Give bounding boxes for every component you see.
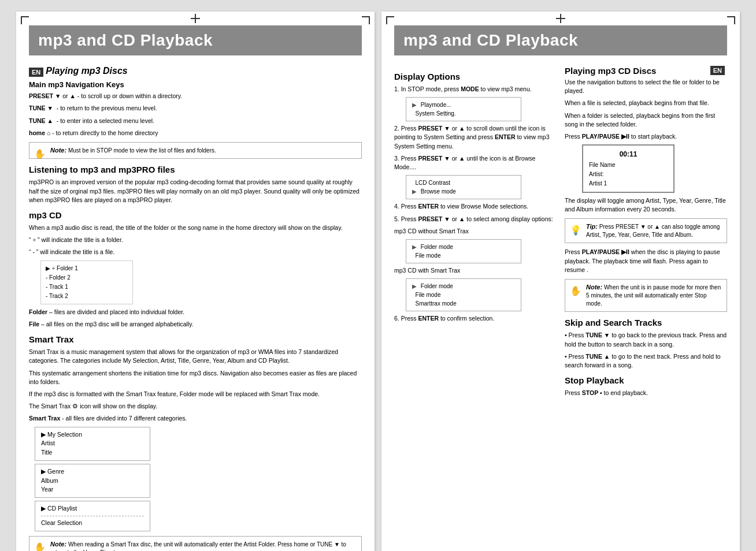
- corner-tl-r: [386, 16, 394, 24]
- dir-item-3: - Track 1: [46, 282, 128, 292]
- playback-timer: 00:11: [589, 149, 668, 160]
- corner-tr: [362, 16, 370, 24]
- cat-album: Album: [41, 476, 144, 486]
- smarttrax-body1: Smart Trax is a music management system …: [29, 348, 362, 365]
- playing-mp3-title: Playing mp3 Discs: [46, 66, 127, 76]
- preset-text: PRESET ▼ or ▲ - to scroll up or down wit…: [29, 92, 362, 100]
- folder-desc: Folder – files are divided and placed in…: [29, 308, 362, 317]
- file-mode-2: File mode: [412, 291, 515, 299]
- playing-cd-body1: Use the navigation buttons to select the…: [565, 78, 727, 95]
- page-left-header: mp3 and CD Playback: [29, 25, 362, 55]
- folder-mode-2: ▶ Folder mode: [412, 282, 515, 291]
- cat-playlist: ▶ CD Playlist: [41, 504, 144, 513]
- skip-search-title: Skip and Search Tracks: [565, 318, 727, 327]
- folder-label: Folder: [29, 308, 47, 315]
- note-icon: ✋: [32, 146, 48, 162]
- display-step6: 6. Press ENTER to confirm selection.: [394, 314, 557, 323]
- skip-search-bullet2: • Press TUNE ▲ to go to the next track. …: [565, 352, 727, 370]
- top-crosshair: [191, 14, 200, 23]
- mode-item-1: ▶ Playmode...: [412, 100, 515, 109]
- smarttrax-body3: If the mp3 disc is formatted with the Sm…: [29, 390, 362, 399]
- tip-icon: 💡: [568, 222, 584, 239]
- smarttrax-mode: Smarttrax mode: [412, 299, 515, 308]
- tip-label: Tip:: [586, 223, 598, 230]
- dir-item-4: - Track 2: [46, 292, 128, 301]
- tip-text: Press PRESET ▼ or ▲ can also toggle amon…: [586, 224, 720, 238]
- mode-box-4: ▶ Folder mode File mode Smarttrax mode: [406, 278, 521, 311]
- folder-indicator: “ ÷ ” will indicate the title is a folde…: [29, 236, 362, 244]
- cat-clear: Clear Selection: [41, 516, 144, 528]
- en-badge-left: EN: [29, 68, 43, 77]
- note-text-2: When reading a Smart Trax disc, the unit…: [50, 541, 346, 551]
- dir-item-1: ▶ ÷ Folder 1: [46, 264, 128, 273]
- file-desc: File – all files on the mp3 disc will be…: [29, 320, 362, 329]
- listening-title: Listening to mp3 and mp3PRO files: [29, 165, 362, 174]
- lcd-contrast: LCD Contrast: [412, 178, 515, 187]
- category-box-1: ▶ My Selection Artist Title: [35, 427, 150, 461]
- main-nav-keys-title: Main mp3 Navigation Keys: [29, 80, 362, 89]
- playing-cd-body5: Press PLAY/PAUSE ▶II when the disc is pl…: [565, 248, 727, 274]
- tip-box: 💡 Tip: Press PRESET ▼ or ▲ can also togg…: [565, 218, 727, 243]
- play-pause-text: Press PLAY/PAUSE ▶II to start playback.: [565, 132, 727, 141]
- note-label-3: Note:: [586, 284, 602, 291]
- tune1-text: TUNE ▼ - to return to the previous menu …: [29, 104, 362, 113]
- sub5b-label: mp3 CD with Smart Trax: [394, 266, 557, 275]
- folder-mode-1: ▶ Folder mode: [412, 243, 515, 251]
- dir-item-2: - Folder 2: [46, 273, 128, 282]
- display-options-title: Display Options: [394, 72, 557, 81]
- mp3cd-body: When a mp3 audio disc is read, the title…: [29, 224, 362, 232]
- stop-playback-title: Stop Playback: [565, 375, 727, 385]
- sub5a-label: mp3 CD without Smart Trax: [394, 227, 557, 236]
- cat-title: Title: [41, 448, 144, 457]
- mode-box-3: ▶ Folder mode File mode: [406, 239, 521, 263]
- stop-playback-body: Press STOP ▪ to end playback.: [565, 389, 727, 397]
- top-crosshair-r: [556, 14, 565, 23]
- display-filename: File Name: [589, 161, 668, 170]
- display-step2: 2. Press PRESET ▼ or ▲ to scroll down un…: [394, 124, 557, 151]
- note-label-2: Note:: [50, 541, 66, 548]
- note-box-smarttrax: ✋ Note: When reading a Smart Trax disc, …: [29, 536, 362, 551]
- cat-year: Year: [41, 485, 144, 494]
- browse-mode: ▶ Browse mode: [412, 187, 515, 196]
- en-badge-right: EN: [710, 66, 725, 75]
- smarttrax-body4: The Smart Trax ⚙ icon will show on the d…: [29, 402, 362, 411]
- note-box-pause: ✋ Note: When the unit is in pause mode f…: [565, 279, 727, 312]
- mode-box-2: LCD Contrast ▶ Browse mode: [406, 175, 521, 199]
- mp3cd-title: mp3 CD: [29, 210, 362, 220]
- directory-box: ▶ ÷ Folder 1 - Folder 2 - Track 1 - Trac…: [40, 260, 133, 304]
- display-step1: 1. In STOP mode, press MODE to view mp3 …: [394, 85, 557, 94]
- mode-box-1: ▶ Playmode... System Setting.: [406, 97, 521, 121]
- playing-cd-body3: When a folder is selected, playback begi…: [565, 111, 727, 129]
- page-left: mp3 and CD Playback ENPlaying mp3 Discs …: [16, 12, 375, 551]
- cat-artist: Artist: [41, 439, 144, 448]
- display-artist-value: Artist 1: [589, 179, 668, 188]
- note-icon-2: ✋: [32, 540, 48, 551]
- smarttrax-title: Smart Trax: [29, 334, 362, 344]
- listening-body: mp3PRO is an improved version of the pop…: [29, 178, 362, 204]
- file-label: File: [29, 321, 39, 327]
- page-right-header: mp3 and CD Playback: [394, 25, 727, 55]
- smarttrax-body2: This systematic arrangement shortens the…: [29, 369, 362, 386]
- file-indicator: “ - ” will indicate the title is a file.: [29, 248, 362, 256]
- playing-cd-body4: The display will toggle among Artist, Ty…: [565, 196, 727, 214]
- note-text-3: When the unit is in pause mode for more …: [586, 284, 721, 307]
- note-box-stop: ✋ Note: Must be in STOP mode to view the…: [29, 142, 362, 159]
- page-right: mp3 and CD Playback Display Options 1. I…: [381, 12, 740, 551]
- corner-tr-r: [727, 16, 735, 24]
- note-text-1: Must be in STOP mode to view the list of…: [68, 147, 216, 154]
- category-box-2: ▶ Genre Album Year: [35, 464, 150, 498]
- note-icon-3: ✋: [568, 283, 584, 299]
- playback-display: 00:11 File Name Artist: Artist 1: [582, 144, 675, 192]
- display-step3: 3. Press PRESET ▼ or ▲ until the icon is…: [394, 154, 557, 172]
- display-step5: 5. Press PRESET ▼ or ▲ to select among d…: [394, 215, 557, 224]
- playing-cd-body2: When a file is selected, playback begins…: [565, 99, 727, 107]
- note-label-1: Note:: [50, 147, 66, 154]
- playing-cd-title: Playing mp3 CD Discs: [565, 66, 656, 76]
- cat-genre: ▶ Genre: [41, 467, 144, 476]
- cat-arrow: ▶ My Selection: [41, 430, 144, 440]
- display-step4: 4. Press ENTER to view Browse Mode selec…: [394, 202, 557, 211]
- skip-search-bullet1: • Press TUNE ▼ to go back to the previou…: [565, 331, 727, 348]
- mode-item-2: System Setting.: [412, 109, 515, 118]
- smarttrax-categories-intro: Smart Trax - all files are divided into …: [29, 414, 362, 423]
- home-text: home ⌂ - to return directly to the home …: [29, 129, 362, 137]
